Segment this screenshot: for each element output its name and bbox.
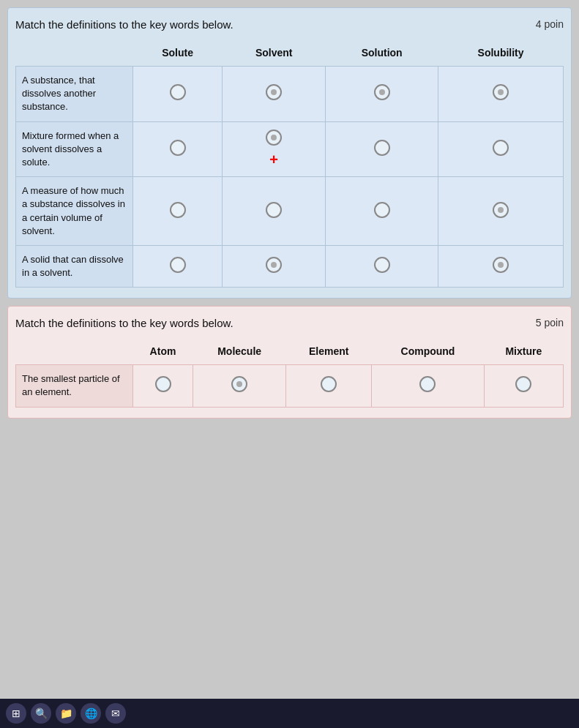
row-s2-1-col-4[interactable] [372, 365, 484, 407]
row-2-col-4[interactable] [438, 121, 564, 177]
col2-header-molecule: Molecule [193, 341, 286, 365]
section-2-table: Atom Molecule Element Compound Mixture T… [15, 341, 564, 407]
row-2-col-3[interactable] [326, 121, 438, 177]
section-2-points: 5 poin [536, 317, 564, 329]
radio-1-1[interactable] [170, 84, 186, 100]
col2-header-element: Element [286, 341, 372, 365]
row-4-col-2[interactable] [223, 245, 326, 287]
table-row: A measure of how much a substance dissol… [16, 177, 564, 246]
radio-3-4[interactable] [493, 202, 509, 218]
radio-2-4[interactable] [493, 140, 509, 156]
section-1-question: Match the definitions to the key words b… [15, 18, 234, 31]
radio-1-3[interactable] [374, 84, 390, 100]
section-1-table: Solute Solvent Solution Solubility A sub… [15, 42, 564, 288]
section-1: Match the definitions to the key words b… [7, 7, 572, 299]
radio-2-3[interactable] [374, 140, 390, 156]
row-s2-1-col-1[interactable] [133, 365, 193, 407]
radio-4-2[interactable] [266, 257, 282, 273]
col-header-solvent: Solvent [223, 42, 326, 67]
taskbar-browser[interactable]: 🌐 [81, 703, 101, 724]
section-2-header: Match the definitions to the key words b… [15, 317, 564, 329]
row-1-col-2[interactable] [223, 67, 326, 122]
row-3-col-1[interactable] [133, 177, 223, 246]
table-row: The smallest particle of an element. [16, 365, 564, 407]
row-s2-1-col-2[interactable] [193, 365, 286, 407]
row-4-col-1[interactable] [133, 245, 223, 287]
row-2-col-2[interactable]: + [223, 121, 326, 177]
radio-4-4[interactable] [493, 257, 509, 273]
section-1-points: 4 poin [536, 18, 564, 30]
radio-s2-1-1[interactable] [155, 376, 171, 392]
radio-s2-1-5[interactable] [515, 376, 531, 392]
radio-s2-1-4[interactable] [419, 376, 436, 392]
radio-s2-1-3[interactable] [321, 376, 337, 392]
section-2: Match the definitions to the key words b… [7, 306, 572, 418]
row-3-col-4[interactable] [438, 177, 564, 246]
row-s2-1-label: The smallest particle of an element. [16, 365, 133, 407]
radio-3-2[interactable] [266, 202, 282, 218]
radio-3-3[interactable] [374, 202, 390, 218]
taskbar-search[interactable]: 🔍 [31, 703, 51, 724]
row-2-col-1[interactable] [133, 121, 223, 177]
taskbar-start[interactable]: ⊞ [6, 703, 26, 724]
row-4-label: A solid that can dissolve in a solvent. [16, 245, 133, 287]
radio-2-2[interactable] [266, 130, 282, 146]
section-1-header: Match the definitions to the key words b… [15, 18, 564, 31]
col-header-solubility: Solubility [438, 42, 564, 67]
row-s2-1-col-3[interactable] [286, 365, 372, 407]
radio-3-1[interactable] [170, 202, 186, 218]
col-empty-header [16, 42, 133, 67]
taskbar: ⊞ 🔍 📁 🌐 ✉ [0, 699, 579, 728]
row-3-col-2[interactable] [223, 177, 326, 246]
col2-header-mixture: Mixture [484, 341, 563, 365]
row-s2-1-col-5[interactable] [484, 365, 563, 407]
row-4-col-3[interactable] [326, 245, 438, 287]
row-2-label: Mixture formed when a solvent dissolves … [16, 121, 133, 177]
radio-4-3[interactable] [374, 257, 390, 273]
taskbar-folder[interactable]: 📁 [56, 703, 76, 724]
row-1-label: A substance, that dissolves another subs… [16, 67, 133, 122]
radio-1-4[interactable] [493, 84, 509, 100]
section-2-question: Match the definitions to the key words b… [15, 317, 234, 329]
row-1-col-1[interactable] [133, 67, 223, 122]
taskbar-mail[interactable]: ✉ [105, 703, 126, 724]
row-1-col-4[interactable] [438, 67, 564, 122]
radio-2-1[interactable] [170, 140, 186, 156]
row-3-label: A measure of how much a substance dissol… [16, 177, 133, 246]
table-row: A substance, that dissolves another subs… [16, 67, 564, 122]
col-header-solute: Solute [133, 42, 223, 67]
col-header-solution: Solution [326, 42, 438, 67]
table-row: A solid that can dissolve in a solvent. [16, 245, 564, 287]
radio-s2-1-2[interactable] [231, 376, 247, 392]
radio-4-1[interactable] [170, 257, 186, 273]
table-row: Mixture formed when a solvent dissolves … [16, 121, 564, 177]
row-4-col-4[interactable] [438, 245, 564, 287]
row-3-col-3[interactable] [326, 177, 438, 246]
col2-header-atom: Atom [133, 341, 193, 365]
row-1-col-3[interactable] [326, 67, 438, 122]
plus-indicator: + [269, 151, 278, 168]
radio-1-2[interactable] [266, 84, 282, 100]
col2-empty-header [16, 341, 133, 365]
col2-header-compound: Compound [372, 341, 484, 365]
